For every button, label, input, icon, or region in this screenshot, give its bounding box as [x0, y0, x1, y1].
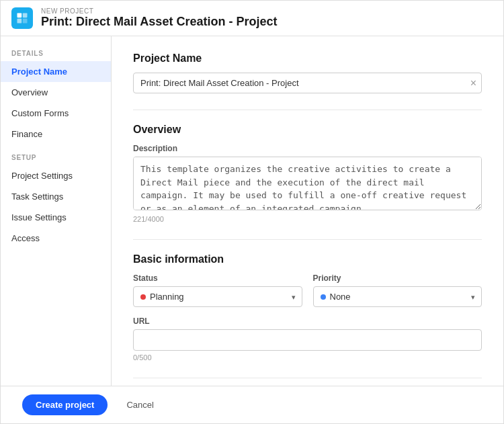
priority-value: None [330, 292, 351, 302]
svg-rect-1 [23, 13, 28, 18]
status-label: Status [133, 273, 302, 283]
url-char-count: 0/500 [133, 353, 482, 362]
overview-title: Overview [133, 124, 482, 136]
priority-select-wrap: None ▾ [313, 286, 482, 307]
status-field: Status Planning ▾ [133, 273, 302, 307]
top-header: NEW PROJECT Print: Direct Mail Asset Cre… [1, 1, 503, 36]
project-name-input[interactable] [133, 73, 482, 93]
footer-bar: Create project Cancel [1, 386, 503, 423]
setup-section-label: SETUP [1, 151, 111, 165]
url-label: URL [133, 316, 482, 326]
page-title: Print: Direct Mail Asset Creation - Proj… [41, 15, 277, 29]
status-select-wrap: Planning ▾ [133, 286, 302, 307]
sidebar-item-overview[interactable]: Overview [1, 82, 111, 103]
divider-2 [133, 239, 482, 240]
main-content: DETAILS Project Name Overview Custom For… [1, 36, 503, 386]
sidebar-item-custom-forms[interactable]: Custom Forms [1, 103, 111, 124]
app-container: NEW PROJECT Print: Direct Mail Asset Cre… [0, 0, 504, 424]
content-area: Project Name × Overview Description This… [112, 36, 503, 386]
divider-3 [133, 378, 482, 378]
details-section-label: DETAILS [1, 47, 111, 61]
project-name-title: Project Name [133, 52, 482, 65]
url-input[interactable] [133, 329, 482, 351]
description-char-count: 221/4000 [133, 215, 482, 223]
header-text: NEW PROJECT Print: Direct Mail Asset Cre… [41, 7, 277, 29]
priority-label: Priority [313, 273, 482, 283]
status-value: Planning [150, 292, 184, 302]
sidebar-item-access[interactable]: Access [1, 228, 111, 249]
divider-1 [133, 110, 482, 110]
sidebar-item-issue-settings[interactable]: Issue Settings [1, 207, 111, 228]
basic-info-section: Basic information Status Planning ▾ [133, 253, 482, 362]
sidebar-item-task-settings[interactable]: Task Settings [1, 186, 111, 207]
priority-select[interactable]: None [313, 286, 482, 307]
url-field: URL 0/500 [133, 316, 482, 362]
priority-field: Priority None ▾ [313, 273, 482, 307]
description-label: Description [133, 144, 482, 153]
sidebar-item-project-settings[interactable]: Project Settings [1, 165, 111, 186]
overview-section: Overview Description This template organ… [133, 124, 482, 223]
svg-rect-3 [23, 19, 28, 24]
project-name-input-wrap: × [133, 73, 482, 93]
priority-dot [321, 294, 326, 300]
svg-rect-0 [17, 13, 22, 18]
project-name-section: Project Name × [133, 52, 482, 93]
clear-button[interactable]: × [470, 78, 476, 89]
sidebar-item-finance[interactable]: Finance [1, 124, 111, 144]
status-select[interactable]: Planning [133, 286, 302, 307]
status-dot [140, 294, 146, 300]
new-project-label: NEW PROJECT [41, 7, 277, 15]
status-priority-row: Status Planning ▾ Priority [133, 273, 482, 307]
basic-info-title: Basic information [133, 253, 482, 265]
sidebar-item-project-name[interactable]: Project Name [1, 61, 111, 82]
cancel-button[interactable]: Cancel [116, 394, 164, 415]
app-icon [11, 7, 33, 29]
sidebar: DETAILS Project Name Overview Custom For… [1, 36, 112, 386]
svg-rect-2 [17, 19, 22, 24]
create-project-button[interactable]: Create project [22, 394, 108, 415]
description-input[interactable]: This template organizes the creative act… [133, 157, 482, 210]
